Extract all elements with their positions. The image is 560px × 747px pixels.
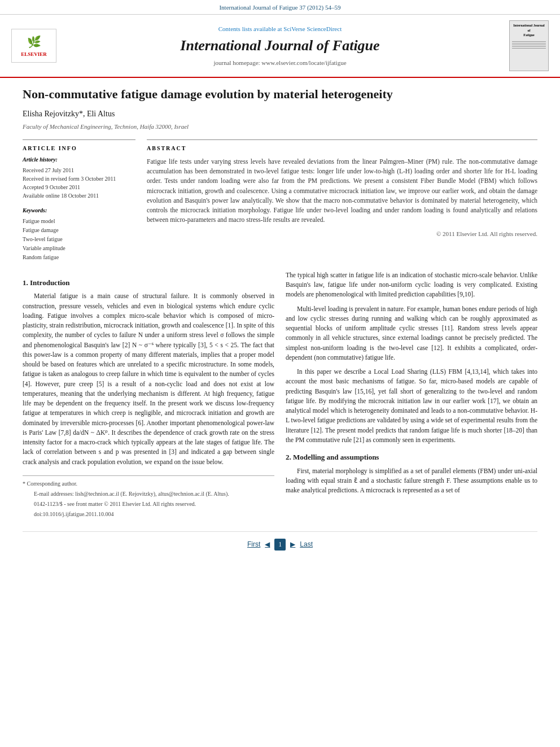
keyword-1: Fatigue model	[23, 217, 135, 226]
copyright-text: © 2011 Elsevier Ltd. All rights reserved…	[147, 230, 537, 238]
citation-bar: International Journal of Fatigue 37 (201…	[0, 0, 560, 15]
authors: Elisha Rejovitzky*, Eli Altus	[23, 108, 537, 120]
cover-image: International Journal ofFatigue	[509, 20, 549, 71]
intro-right-p1: The typical high scatter in fatigue life…	[286, 270, 537, 300]
available-date: Available online 18 October 2011	[23, 191, 135, 200]
prev-page-button[interactable]: ◀	[265, 540, 270, 548]
elsevier-logo: 🌿 ELSEVIER	[11, 29, 56, 63]
received-date: Received 27 July 2011	[23, 166, 135, 174]
article-title: Non-commutative fatigue damage evolution…	[23, 86, 537, 103]
journal-header: 🌿 ELSEVIER Contents lists available at S…	[0, 15, 560, 78]
cover-line-1	[512, 41, 546, 42]
citation-text: International Journal of Fatigue 37 (201…	[219, 4, 340, 11]
article-info-heading: ARTICLE INFO	[23, 145, 135, 152]
footnote-corresponding: * Corresponding author.	[23, 479, 274, 488]
abstract-heading: ABSTRACT	[147, 145, 537, 152]
article-meta-section: ARTICLE INFO Article history: Received 2…	[23, 139, 537, 262]
abstract-column: ABSTRACT Fatigue life tests under varyin…	[147, 139, 537, 262]
body-col-left: 1. Introduction Material fatigue is a ma…	[23, 270, 274, 520]
cover-line-3	[512, 45, 546, 45]
footnote-email: E-mail addresses: lish@technion.ac.il (E…	[23, 490, 274, 498]
homepage-line: journal homepage: www.elsevier.com/locat…	[62, 59, 498, 67]
abstract-text: Fatigue life tests under varying stress …	[147, 157, 537, 225]
keywords-block: Keywords: Fatigue model Fatigue damage T…	[23, 207, 135, 262]
journal-title: International Journal of Fatigue	[62, 36, 498, 56]
keyword-3: Two-level fatigue	[23, 235, 135, 244]
main-content: Non-commutative fatigue damage evolution…	[0, 78, 560, 568]
contents-label: Contents lists available at	[218, 25, 283, 32]
keyword-5: Random fatigue	[23, 253, 135, 262]
intro-heading: 1. Introduction	[23, 277, 274, 289]
current-page: 1	[274, 539, 286, 551]
next-page-button[interactable]: ▶	[290, 540, 295, 548]
last-page-button[interactable]: Last	[300, 540, 313, 548]
cover-lines	[512, 40, 546, 50]
cover-image-area: International Journal ofFatigue	[498, 20, 549, 71]
article-info-column: ARTICLE INFO Article history: Received 2…	[23, 139, 135, 262]
authors-text: Elisha Rejovitzky*, Eli Altus	[23, 110, 115, 118]
journal-center-info: Contents lists available at SciVerse Sci…	[62, 25, 498, 67]
first-page-button[interactable]: First	[247, 540, 260, 548]
keyword-4: Variable amplitude	[23, 244, 135, 253]
keywords-label: Keywords:	[23, 207, 135, 215]
cover-title: International Journal ofFatigue	[512, 23, 546, 37]
history-label: Article history:	[23, 156, 135, 164]
cover-line-5	[512, 48, 546, 49]
accepted-date: Accepted 9 October 2011	[23, 183, 135, 191]
body-col-right: The typical high scatter in fatigue life…	[286, 270, 537, 520]
elsevier-brand: ELSEVIER	[21, 51, 47, 58]
cover-line-4	[512, 46, 546, 47]
footnote-doi: doi:10.1016/j.ijfatigue.2011.10.004	[23, 510, 274, 518]
elsevier-logo-area: 🌿 ELSEVIER	[11, 29, 62, 63]
footnote-section: * Corresponding author. E-mail addresses…	[23, 475, 274, 518]
intro-paragraph-1: Material fatigue is a main cause of stru…	[23, 291, 274, 467]
sciverse-link[interactable]: SciVerse ScienceDirect	[283, 25, 342, 32]
keyword-2: Fatigue damage	[23, 226, 135, 235]
section2-p1: First, material morphology is simplified…	[286, 466, 537, 496]
section2-heading: 2. Modelling and assumptions	[286, 452, 537, 463]
intro-right-p3: In this paper we describe a Local Load S…	[286, 367, 537, 445]
cover-line-2	[512, 43, 546, 43]
elsevier-symbol: 🌿	[27, 34, 41, 50]
intro-right-p2: Multi-level loading is prevalent in natu…	[286, 304, 537, 363]
revised-date: Received in revised form 3 October 2011	[23, 174, 135, 183]
body-content: 1. Introduction Material fatigue is a ma…	[23, 270, 537, 520]
affiliation: Faculty of Mechanical Engineering, Techn…	[23, 123, 537, 131]
article-history-block: Article history: Received 27 July 2011 R…	[23, 156, 135, 200]
sciverse-line: Contents lists available at SciVerse Sci…	[62, 25, 498, 33]
page-navigation[interactable]: First ◀ 1 ▶ Last	[23, 531, 537, 557]
footnote-issn: 0142-1123/$ - see front matter © 2011 El…	[23, 500, 274, 508]
